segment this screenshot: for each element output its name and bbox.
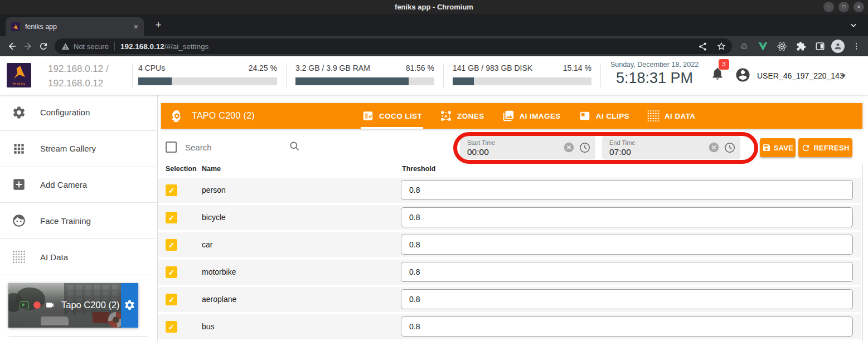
- browser-menu-icon[interactable]: [848, 39, 864, 54]
- tab-ai-images[interactable]: AI IMAGES: [502, 103, 561, 129]
- threshold-input[interactable]: 0.8: [401, 316, 853, 337]
- back-icon[interactable]: [4, 38, 20, 54]
- user-menu-caret-icon[interactable]: ▾: [842, 72, 846, 79]
- user-avatar-icon[interactable]: [735, 67, 751, 83]
- notification-badge: 3: [719, 59, 729, 70]
- check-icon: ✓: [168, 241, 175, 250]
- sidebar-item-configuration[interactable]: Configuration: [0, 95, 157, 131]
- sidebar-item-label: Configuration: [40, 108, 90, 117]
- check-icon: ✓: [168, 213, 175, 222]
- sidebar-item-stream-gallery[interactable]: Stream Gallery: [0, 131, 157, 167]
- photo-library-icon: [502, 110, 515, 122]
- row-name: aeroplane: [202, 295, 236, 304]
- camera-preview-card[interactable]: Tapo C200 (2): [8, 283, 138, 328]
- url-path[interactable]: /#/ai_settings: [164, 42, 209, 51]
- extensions-puzzle-icon[interactable]: [793, 39, 808, 54]
- recycle-extension-icon[interactable]: ♻: [736, 39, 751, 54]
- camera-preview-label: Tapo C200 (2): [61, 300, 120, 310]
- save-icon: [762, 143, 771, 152]
- host-line1: 192.168.0.12 /: [48, 62, 109, 76]
- live-tv-icon: [20, 301, 29, 309]
- feniks-logo: feniks: [7, 63, 31, 87]
- tab-label: COCO LIST: [379, 112, 422, 120]
- toolbar-extensions: ♻: [736, 39, 864, 54]
- row-name: person: [202, 186, 226, 194]
- maximize-button[interactable]: □: [838, 2, 849, 12]
- check-icon: ✓: [168, 186, 175, 195]
- main-content: TAPO C200 (2) COCO LIST: [158, 95, 868, 341]
- camera-settings-panel[interactable]: [121, 283, 138, 328]
- gear-icon: [12, 105, 26, 120]
- threshold-input[interactable]: 0.8: [401, 235, 853, 255]
- divider: [9, 336, 148, 337]
- threshold-input[interactable]: 0.8: [401, 289, 853, 309]
- ai-head-icon: [169, 109, 184, 124]
- end-time-field[interactable]: End Time 07:00: [602, 136, 740, 159]
- save-button[interactable]: SAVE: [760, 138, 796, 157]
- cpu-percent: 24.25 %: [249, 64, 277, 72]
- tab-coco-list[interactable]: COCO LIST: [362, 103, 422, 129]
- tab-close-icon[interactable]: ×: [134, 23, 138, 31]
- username-label[interactable]: USER_46_197_220_143: [757, 71, 844, 80]
- start-time-field[interactable]: Start Time 00:00: [460, 136, 595, 159]
- ram-percent: 81.56 %: [406, 64, 434, 72]
- tab-zones[interactable]: A ZONES: [440, 103, 484, 129]
- react-devtools-atom-icon[interactable]: [774, 39, 789, 54]
- host-line2: 192.168.0.12: [48, 76, 109, 91]
- sidebar-item-face-training[interactable]: Face Training: [0, 203, 157, 239]
- sidebar-item-add-camera[interactable]: Add Camera: [0, 167, 157, 203]
- new-tab-button[interactable]: +: [152, 18, 165, 32]
- clear-icon[interactable]: [708, 142, 720, 153]
- disk-stat: 141 GB / 983 GB DISK 15.14 %: [453, 64, 591, 85]
- forward-icon[interactable]: [20, 38, 36, 54]
- threshold-input[interactable]: 0.8: [401, 180, 853, 200]
- browser-tab[interactable]: feniks app ×: [6, 17, 144, 36]
- time-label: 5:18:31 PM: [607, 70, 702, 87]
- row-checkbox[interactable]: ✓: [166, 294, 177, 305]
- end-time-value[interactable]: 07:00: [609, 147, 631, 157]
- share-icon[interactable]: [695, 39, 710, 54]
- window-title: feniks app - Chromium: [395, 3, 473, 11]
- security-label[interactable]: Not secure: [74, 42, 109, 51]
- sidebar-item-ai-data[interactable]: AI Data: [0, 239, 157, 275]
- side-panel-icon[interactable]: [812, 39, 827, 54]
- end-time-label: End Time: [609, 139, 635, 146]
- disk-percent: 15.14 %: [563, 64, 591, 72]
- close-button[interactable]: ×: [854, 2, 864, 12]
- row-checkbox[interactable]: ✓: [166, 321, 177, 333]
- clock-icon[interactable]: [579, 142, 591, 154]
- divider: [600, 64, 601, 87]
- camera-overlay: Tapo C200 (2): [8, 283, 138, 328]
- row-checkbox[interactable]: ✓: [166, 212, 177, 223]
- refresh-button[interactable]: REFRESH: [798, 138, 852, 157]
- start-time-value[interactable]: 00:00: [467, 147, 489, 157]
- address-bar[interactable]: Not secure 192.168.0.12/#/ai_settings: [55, 38, 732, 54]
- select-all-checkbox[interactable]: [166, 142, 177, 153]
- tab-ai-clips[interactable]: AI CLIPS: [579, 103, 629, 129]
- table-row: ✓ bicycle 0.8: [158, 205, 861, 230]
- row-name: bicycle: [202, 213, 226, 222]
- gear-icon: [124, 299, 135, 311]
- videocam-icon: [45, 300, 55, 310]
- divider: [443, 64, 444, 87]
- row-checkbox[interactable]: ✓: [166, 266, 177, 278]
- threshold-input[interactable]: 0.8: [401, 207, 853, 227]
- reload-icon[interactable]: [36, 38, 51, 54]
- clear-icon[interactable]: [563, 142, 575, 153]
- row-checkbox[interactable]: ✓: [166, 184, 177, 196]
- bookmark-star-icon[interactable]: [714, 39, 729, 54]
- tab-search-chevron-icon[interactable]: [848, 20, 859, 31]
- minimize-button[interactable]: −: [823, 2, 834, 12]
- clock-icon[interactable]: [724, 142, 736, 154]
- tab-ai-data[interactable]: AI DATA: [647, 103, 696, 129]
- search-icon: [289, 140, 300, 152]
- vue-devtools-icon[interactable]: [755, 39, 770, 54]
- cpu-progressbar: [138, 77, 277, 85]
- row-checkbox[interactable]: ✓: [166, 239, 177, 251]
- threshold-input[interactable]: 0.8: [401, 262, 853, 282]
- profile-avatar[interactable]: [831, 40, 845, 53]
- sidebar-item-label: AI Data: [40, 252, 68, 262]
- tab-title: feniks app: [25, 23, 129, 31]
- search-input[interactable]: [184, 139, 282, 155]
- url-host[interactable]: 192.168.0.12: [120, 42, 164, 51]
